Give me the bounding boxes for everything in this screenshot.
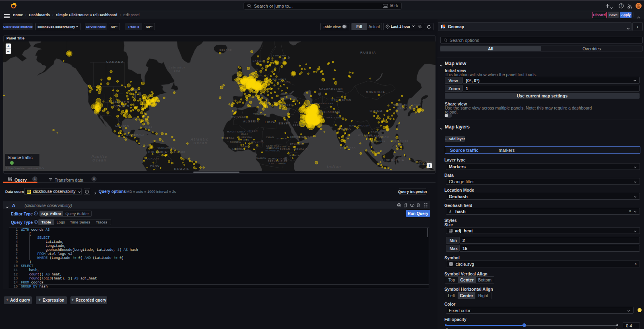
svg-text:ICELAND: ICELAND xyxy=(219,49,232,51)
svg-text:SOUTH: SOUTH xyxy=(398,104,408,106)
svg-text:UKRAINE: UKRAINE xyxy=(278,81,291,83)
svg-text:GUINEA: GUINEA xyxy=(230,141,241,143)
svg-text:BANGLADESH: BANGLADESH xyxy=(349,124,369,127)
svg-text:MOROCCO: MOROCCO xyxy=(231,116,246,118)
svg-text:A: A xyxy=(449,210,451,213)
svg-text:JAPAN: JAPAN xyxy=(412,103,421,106)
svg-text:PERU: PERU xyxy=(150,164,160,167)
svg-text:Labrador: Labrador xyxy=(169,66,186,69)
svg-text:RUSSIA: RUSSIA xyxy=(360,51,376,54)
svg-text:THAILAND: THAILAND xyxy=(365,135,380,137)
svg-text:FASO: FASO xyxy=(242,139,250,141)
svg-text:CUBA: CUBA xyxy=(144,126,153,128)
svg-text:EGYPT: EGYPT xyxy=(279,122,291,125)
svg-text:SOMALIA: SOMALIA xyxy=(294,148,308,150)
svg-text:INDIA: INDIA xyxy=(339,127,351,130)
svg-text:MONGOLIA: MONGOLIA xyxy=(366,91,385,93)
svg-text:SUDAN: SUDAN xyxy=(277,137,287,140)
svg-text:TURKEY: TURKEY xyxy=(281,104,292,106)
svg-text:SURINAME: SURINAME xyxy=(170,151,185,153)
svg-text:?: ? xyxy=(620,4,622,8)
svg-text:SAUDI: SAUDI xyxy=(294,121,303,124)
svg-text:REPUBLIC: REPUBLIC xyxy=(265,149,280,152)
svg-text:PAKISTAN: PAKISTAN xyxy=(327,116,341,119)
svg-text:KAZAKHSTAN: KAZAKHSTAN xyxy=(319,87,343,90)
svg-text:KOREA: KOREA xyxy=(397,107,408,109)
svg-text:BRAZIL: BRAZIL xyxy=(174,167,190,171)
svg-text:CAMBODIA: CAMBODIA xyxy=(369,140,385,143)
svg-text:LIBERIA: LIBERIA xyxy=(232,148,244,150)
svg-text:Indian: Indian xyxy=(327,165,341,169)
svg-text:PHILIPPINES: PHILIPPINES xyxy=(390,140,409,142)
svg-text:INDONESIA: INDONESIA xyxy=(384,159,405,161)
svg-text:ECUADOR: ECUADOR xyxy=(144,157,159,160)
svg-text:CANADA: CANADA xyxy=(106,60,124,64)
svg-text:ETHIOPIA: ETHIOPIA xyxy=(290,143,304,145)
svg-text:TUNISIA: TUNISIA xyxy=(253,113,265,115)
svg-text:MALAYSIA: MALAYSIA xyxy=(367,150,382,153)
svg-text:Ocean: Ocean xyxy=(193,141,207,145)
svg-text:CHAD: CHAD xyxy=(266,136,275,139)
svg-text:SUDAN: SUDAN xyxy=(280,148,290,150)
svg-text:SRI LANKA: SRI LANKA xyxy=(340,147,356,149)
svg-text:KYRGYZSTAN: KYRGYZSTAN xyxy=(332,99,351,101)
svg-text:LIBYA: LIBYA xyxy=(265,121,275,124)
svg-text:MALI: MALI xyxy=(241,133,248,135)
svg-text:TURKMENISTAN: TURKMENISTAN xyxy=(310,102,333,105)
svg-text:VENEZUELA: VENEZUELA xyxy=(157,147,175,149)
svg-text:UNITED: UNITED xyxy=(114,100,130,104)
svg-text:YEMEN: YEMEN xyxy=(301,136,312,138)
svg-text:THE CONGO: THE CONGO xyxy=(269,162,287,165)
svg-text:NORWAY: NORWAY xyxy=(252,60,265,62)
svg-text:ARABIA: ARABIA xyxy=(293,124,304,126)
svg-text:COLOMBIA: COLOMBIA xyxy=(148,151,167,153)
svg-text:ALGERIA: ALGERIA xyxy=(243,120,259,123)
svg-text:KENYA: KENYA xyxy=(290,154,300,157)
svg-text:FINLAND: FINLAND xyxy=(273,54,286,57)
svg-text:NIGER: NIGER xyxy=(248,130,258,132)
svg-text:CHINA: CHINA xyxy=(369,109,383,113)
svg-text:Sea: Sea xyxy=(174,69,181,72)
svg-text:NIGERIA: NIGERIA xyxy=(252,141,264,143)
svg-text:STATES: STATES xyxy=(113,104,130,108)
svg-text:Ocean: Ocean xyxy=(92,158,106,162)
svg-text:GABON: GABON xyxy=(256,157,266,159)
svg-text:GUATEMALA: GUATEMALA xyxy=(126,134,144,136)
svg-text:MEXICO: MEXICO xyxy=(116,125,130,128)
svg-text:AFGHANISTAN: AFGHANISTAN xyxy=(320,111,341,113)
svg-text:SENEGAL: SENEGAL xyxy=(221,137,235,139)
svg-text:ERITREA: ERITREA xyxy=(290,136,303,138)
svg-text:PANAMA: PANAMA xyxy=(139,145,151,147)
svg-text:LAOS: LAOS xyxy=(371,130,379,133)
